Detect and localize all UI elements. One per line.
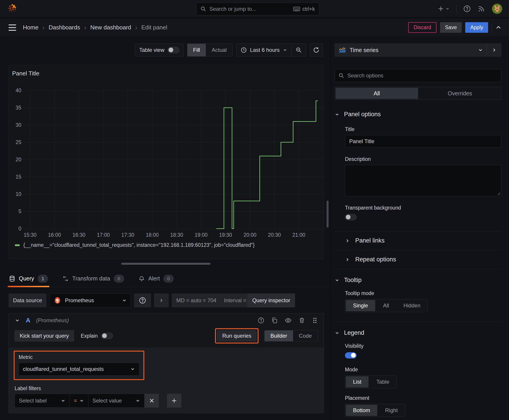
chart-legend[interactable]: {__name__="cloudflared_tunnel_total_requ… [15,242,255,248]
search-icon [338,73,344,79]
vertical-scrollbar[interactable] [327,201,328,227]
chevron-down-icon [335,112,340,117]
breadcrumb-home[interactable]: Home [23,24,38,31]
svg-text:35: 35 [15,105,21,111]
visualization-picker[interactable]: Time series [335,44,487,56]
discard-button[interactable]: Discard [408,22,436,33]
legend-series-label[interactable]: {__name__="cloudflared_tunnel_total_requ… [23,242,255,248]
metric-select[interactable]: cloudflared_tunnel_total_requests [19,363,139,375]
legend-header[interactable]: Legend [335,329,501,336]
actual-option[interactable]: Actual [206,44,233,56]
query-row-header[interactable]: A (Prometheus) [9,314,324,327]
zoom-out-button[interactable] [291,44,306,56]
repeat-options-header[interactable]: Repeat options [345,256,501,263]
add-filter-icon[interactable] [167,394,181,408]
select-value-dropdown[interactable]: Select value [88,394,144,408]
query-inspector-button[interactable]: Query inspector [247,293,295,307]
breadcrumb-separator: › [84,24,86,31]
add-new-button[interactable] [437,5,449,12]
svg-text:5: 5 [18,209,21,214]
collapse-query-icon[interactable] [15,318,20,323]
builder-option[interactable]: Builder [265,330,293,341]
max-data-points: MD = auto = 704 [176,297,216,304]
svg-text:19:30: 19:30 [219,232,232,238]
query-builder-body: Metric cloudflared_tunnel_total_requests… [9,347,324,413]
tab-query[interactable]: Query 1 [9,270,48,287]
explain-label: Explain [81,333,98,339]
legend-visibility-toggle[interactable] [345,352,357,359]
horizontal-scrollbar[interactable] [121,263,211,265]
panel-options-header[interactable]: Panel options [335,111,501,118]
collapse-header-icon[interactable] [495,25,501,30]
resize-handle-icon[interactable] [496,191,500,195]
tab-transform-data[interactable]: Transform data 0 [62,270,124,287]
transparent-background-toggle[interactable] [345,214,357,220]
tab-overrides[interactable]: Overrides [419,87,501,100]
datasource-help-icon[interactable] [134,293,151,307]
title-label: Title [345,126,501,132]
fill-option[interactable]: Fill [187,44,206,56]
tab-all-options[interactable]: All [335,88,418,99]
datasource-picker[interactable]: Prometheus [49,293,131,307]
select-label-dropdown[interactable]: Select label [15,394,70,408]
hide-query-icon[interactable] [285,317,292,324]
editor-tabs: Query 1 Transform data 0 Alert 0 [0,270,330,287]
global-search[interactable]: ctrl+k [196,2,319,15]
description-textarea[interactable] [345,165,501,196]
top-nav: ctrl+k [0,0,509,18]
global-search-input[interactable] [209,6,290,12]
panel-links-header[interactable]: Panel links [345,237,501,244]
placement-bottom-option[interactable]: Bottom [346,405,377,416]
chevron-down-icon [335,330,340,335]
drag-handle-icon[interactable] [312,317,318,324]
legend-list-option[interactable]: List [346,376,369,388]
options-search-input[interactable] [347,73,498,79]
operator-dropdown[interactable]: = [70,394,88,408]
duplicate-query-icon[interactable] [271,317,278,324]
svg-text:16:30: 16:30 [73,232,85,238]
news-icon[interactable] [478,5,485,13]
prometheus-icon [54,297,61,304]
delete-query-icon[interactable] [298,317,305,324]
edit-pane: Table view Fill Actual Last 6 hours [0,37,330,420]
query-row-a: A (Prometheus) [8,313,324,413]
tooltip-all-option[interactable]: All [376,299,396,312]
chevron-down-icon [478,47,483,53]
grafana-logo[interactable] [7,3,18,14]
save-button[interactable]: Save [440,22,462,33]
panel-title-input[interactable]: Panel Title [345,135,501,148]
datasource-row: Data source Prometheus MD = auto = 704 I… [8,293,330,307]
query-help-icon[interactable] [258,317,264,324]
code-option[interactable]: Code [293,330,318,341]
apply-button[interactable]: Apply [465,22,488,33]
help-icon[interactable] [463,5,471,13]
placement-right-option[interactable]: Right [378,404,405,417]
divider [335,250,501,250]
time-series-chart[interactable]: 051015202530354015:3016:0016:3017:0017:3… [9,83,324,240]
expand-row-icon[interactable] [154,293,169,307]
datasource-label: Data source [8,293,46,307]
run-queries-button[interactable]: Run queries [217,330,256,341]
time-range-control: Last 6 hours [236,44,306,57]
table-view-toggle[interactable] [168,47,179,53]
breadcrumb-dashboards[interactable]: Dashboards [49,24,80,31]
tooltip-single-option[interactable]: Single [346,300,375,311]
query-ref-id: A [26,317,30,324]
menu-toggle-icon[interactable] [8,23,17,32]
tab-alert[interactable]: Alert 0 [138,270,174,287]
tooltip-hidden-option[interactable]: Hidden [396,299,427,312]
svg-text:10: 10 [15,191,21,197]
kick-start-button[interactable]: Kick start your query [15,330,74,341]
tooltip-mode-switch: Single All Hidden [345,299,428,312]
legend-table-option[interactable]: Table [369,375,396,388]
collapse-sidebar-icon[interactable] [487,44,501,56]
remove-filter-icon[interactable]: ✕ [144,394,159,408]
breadcrumb-new-dashboard[interactable]: New dashboard [90,24,131,31]
time-range-picker[interactable]: Last 6 hours [236,44,291,56]
explain-toggle[interactable] [101,333,113,339]
refresh-button[interactable] [310,44,323,57]
options-search[interactable] [335,69,501,82]
user-avatar[interactable] [492,4,502,14]
tooltip-header[interactable]: Tooltip [335,277,501,284]
table-view-control: Table view [135,44,183,57]
